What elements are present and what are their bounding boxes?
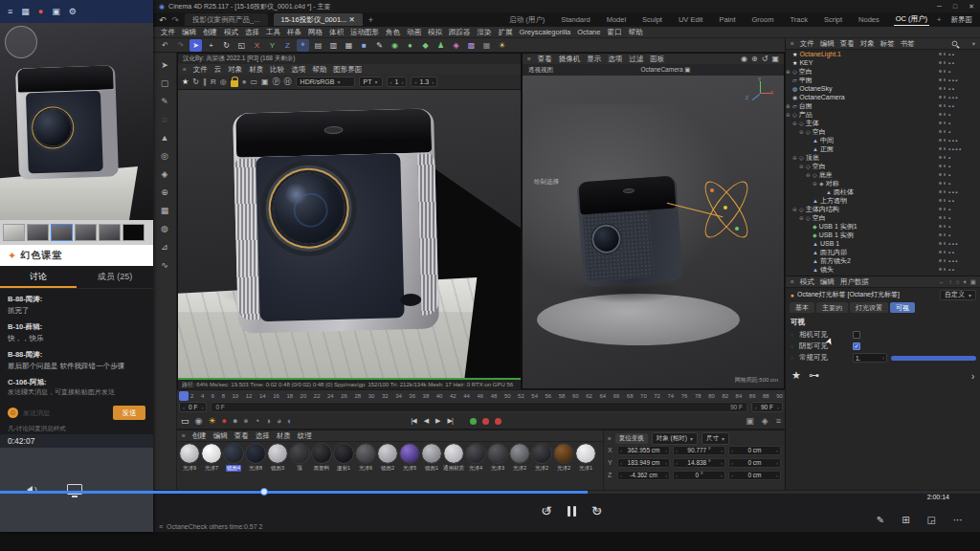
toolbar-icon[interactable]: ◈ (450, 39, 462, 52)
object-name[interactable]: OctaneSky (799, 85, 832, 92)
timeline-tick[interactable]: 50 (504, 393, 511, 399)
object-tags[interactable]: ▪▪ (948, 86, 980, 92)
palette-icon[interactable]: ◕ (277, 416, 281, 426)
material-swatch[interactable]: 光泽4 (465, 444, 486, 472)
expand-toggle-icon[interactable]: ⊖ (799, 215, 806, 221)
material-menu-item[interactable]: 查看 (234, 431, 249, 441)
menu-item[interactable]: 创建 (203, 28, 217, 37)
viewport-menu-item[interactable]: 查看 (538, 55, 552, 64)
toolbar-icon[interactable]: ↷ (174, 39, 187, 52)
timeline-tick[interactable]: 6 (212, 393, 214, 399)
viewport-menu-item[interactable]: 面板 (650, 55, 664, 64)
anim-dot[interactable]: ○ (791, 332, 795, 338)
titlebar-icon[interactable]: ⚙ (69, 7, 77, 16)
expand-toggle-icon[interactable]: ⊖ (792, 121, 799, 126)
new-layout-toggle[interactable]: 新界面 (949, 14, 975, 26)
object-name[interactable]: 镜头 (820, 265, 834, 275)
material-preview[interactable] (268, 444, 287, 463)
object-row[interactable]: ★ KEY ▪▪ (786, 58, 980, 67)
attribute-tab[interactable]: 灯光设置 (850, 302, 888, 313)
material-swatch[interactable]: 镜面2 (377, 444, 398, 472)
visibility-dots[interactable] (939, 165, 948, 167)
menu-item[interactable]: 运动图形 (350, 28, 379, 37)
timeline-tick[interactable]: 72 (654, 393, 660, 399)
timeline-tick[interactable]: 2 (190, 393, 193, 399)
viewport-menu-item[interactable]: 显示 (587, 55, 601, 64)
timeline-tick[interactable]: 76 (681, 393, 688, 399)
viewport-corner-icon[interactable]: ⊕ (751, 55, 758, 63)
material-menu-item[interactable]: 编辑 (213, 431, 228, 441)
timeline-tick[interactable]: 84 (736, 393, 743, 399)
timeline-ruler[interactable]: 2468101214161820222426283032343638404244… (177, 389, 785, 401)
visibility-dots[interactable] (939, 53, 948, 55)
visibility-dots[interactable] (939, 147, 948, 150)
menu-item[interactable]: 工具 (266, 28, 280, 37)
visibility-dots[interactable] (939, 199, 948, 202)
material-swatch[interactable]: 光泽8 (245, 444, 266, 472)
menu-icon[interactable]: ≡ (791, 40, 794, 47)
workspace-tab[interactable]: Standard (559, 14, 591, 25)
video-thumbnail[interactable] (3, 224, 25, 241)
attribute-corner-icon[interactable]: ↑ (948, 278, 951, 285)
attribute-tab[interactable]: 主要的 (816, 302, 848, 313)
menu-icon[interactable]: ≡ (182, 432, 186, 439)
object-tags[interactable]: ▪▪▪ (948, 77, 980, 83)
visibility-dots[interactable] (939, 113, 948, 116)
rotation-field[interactable]: ‹90.777 °› (673, 446, 725, 455)
timeline-tick[interactable]: 62 (586, 393, 592, 399)
checkbox[interactable]: ✓ (853, 342, 860, 350)
timeline-tick[interactable]: 36 (409, 393, 415, 399)
octane-tool-icon[interactable]: ● (242, 77, 247, 86)
maximize-button[interactable]: □ (953, 3, 957, 11)
material-preview[interactable] (576, 444, 595, 463)
menu-item[interactable]: 样条 (287, 28, 301, 37)
menu-item[interactable]: Greyscalegorilla (520, 28, 571, 36)
timeline-tick[interactable]: 52 (518, 393, 524, 399)
transport-button[interactable]: ▶ (435, 417, 439, 425)
object-manager-menu-item[interactable]: 对象 (860, 39, 875, 49)
chat-message-list[interactable]: B-88-闻涛: 抓完了 B-10-薛辑: 快，，快乐 B-88-闻涛: 最后那… (0, 289, 153, 386)
attribute-tab[interactable]: 可视 (890, 302, 915, 313)
anim-dot[interactable]: ○ (791, 355, 795, 361)
viewport-menu-item[interactable]: 过滤 (629, 55, 643, 64)
palette-icon[interactable]: ▭ (181, 416, 189, 426)
material-preview[interactable] (466, 444, 485, 463)
minimize-button[interactable]: ─ (937, 3, 942, 11)
octane-menu-item[interactable]: 材质 (249, 65, 263, 75)
expand-toggle-icon[interactable]: ⊖ (792, 207, 799, 212)
material-swatch[interactable]: 光泽1 (575, 444, 596, 472)
visibility-dots[interactable] (939, 225, 948, 228)
octane-menu-item[interactable]: 对象 (228, 65, 242, 75)
object-name[interactable]: KEY (799, 59, 813, 66)
material-preview[interactable] (532, 444, 551, 463)
object-row[interactable]: ⊖ ◇ 空白 ▪ (786, 213, 980, 222)
menu-icon[interactable]: ≡ (608, 435, 612, 442)
toolbar-icon[interactable]: ▤ (312, 39, 324, 52)
octane-tool-icon[interactable]: ↻ (192, 77, 199, 86)
timeline-tick[interactable]: 54 (531, 393, 538, 399)
toolbar-icon[interactable]: ➤ (189, 39, 202, 52)
palette-icon[interactable]: ◔ (255, 416, 259, 426)
material-menu-item[interactable]: 选择 (256, 431, 270, 441)
video-thumbnail[interactable] (51, 224, 73, 241)
object-tags[interactable]: ▪▪ (948, 103, 980, 109)
octane-menu-item[interactable]: 图形界面 (333, 65, 362, 75)
toolbar-icon[interactable]: ↶ (159, 39, 171, 52)
object-row[interactable]: ⊕ ◇ 空白 ▪ (786, 67, 980, 76)
material-swatch[interactable]: 镜面3 (267, 444, 288, 472)
material-swatch[interactable]: 光泽3 (487, 444, 508, 472)
object-manager-menu-item[interactable]: 书签 (901, 39, 915, 49)
visibility-dots[interactable] (939, 78, 948, 81)
notes-pencil-icon[interactable]: ✎ (877, 515, 884, 525)
octane-menu-item[interactable]: 帮助 (312, 65, 326, 75)
timeline-tick[interactable]: 18 (286, 393, 293, 399)
timeline-tick[interactable]: 8 (222, 393, 225, 399)
visibility-dots[interactable] (939, 130, 948, 133)
workspace-tab[interactable]: Groom (750, 14, 776, 25)
timeline-tick[interactable]: 56 (546, 393, 552, 399)
toolbar-icon[interactable]: ☀ (496, 39, 508, 52)
timeline-tick[interactable]: 38 (423, 393, 430, 399)
attribute-menu-item[interactable]: 用户数据 (840, 277, 869, 287)
keying-icon[interactable]: ◈ (762, 416, 768, 426)
material-preview[interactable] (202, 444, 221, 463)
